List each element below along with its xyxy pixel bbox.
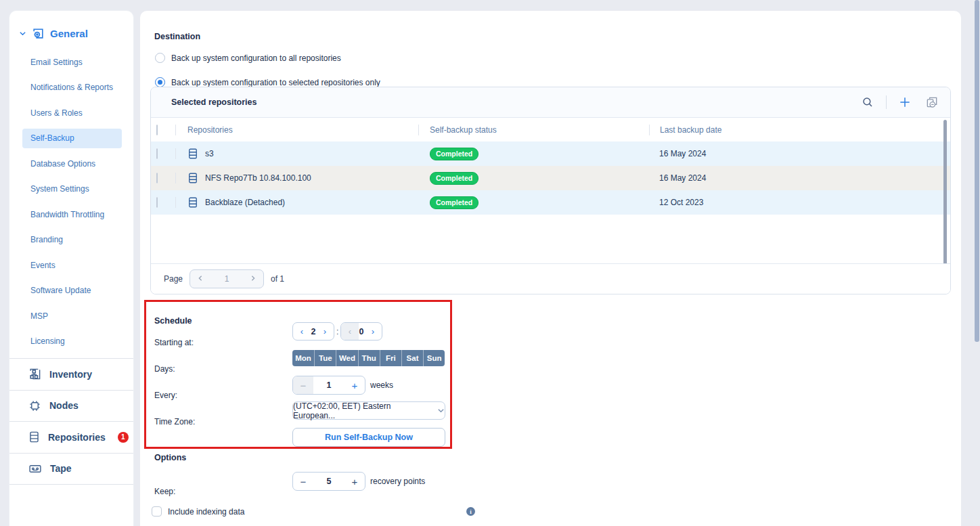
row-checkbox[interactable]: [156, 173, 158, 183]
page-scrollbar[interactable]: [975, 0, 979, 342]
page-total: of 1: [271, 274, 284, 284]
search-icon[interactable]: [859, 93, 876, 111]
sidebar-item-database-options[interactable]: Database Options: [9, 151, 133, 177]
include-indexing-checkbox-row[interactable]: Include indexing data: [152, 506, 244, 517]
database-icon: [187, 172, 198, 184]
hour-increment-icon[interactable]: ›: [316, 326, 334, 336]
include-indexing-checkbox[interactable]: [152, 506, 162, 517]
page-control: 1: [190, 269, 264, 288]
sidebar-group-general[interactable]: General: [9, 11, 133, 44]
day-toggle-group: Mon Tue Wed Thu Fri Sat Sun: [292, 350, 445, 366]
sidebar-item-bandwidth-throttling[interactable]: Bandwidth Throttling: [9, 202, 133, 227]
day-toggle-sat[interactable]: Sat: [401, 350, 423, 366]
main-content: Destination Back up system configuration…: [140, 11, 961, 526]
every-decrement-icon[interactable]: −: [293, 376, 313, 394]
last-backup-date: 16 May 2024: [649, 173, 886, 183]
repository-name: s3: [205, 149, 214, 158]
minute-increment-icon[interactable]: ›: [364, 326, 382, 336]
sidebar-item-tape[interactable]: Tape: [9, 454, 133, 485]
last-backup-date: 12 Oct 2023: [649, 198, 886, 207]
table-header: Repositories Self-backup status Last bac…: [151, 118, 950, 141]
add-icon[interactable]: [896, 93, 914, 111]
status-badge: Completed: [430, 172, 478, 185]
every-value: 1: [313, 380, 344, 390]
keep-label: Keep:: [154, 487, 175, 496]
hour-value: 2: [311, 327, 316, 336]
sidebar-item-branding[interactable]: Branding: [9, 227, 133, 253]
day-toggle-wed[interactable]: Wed: [336, 350, 357, 366]
gear-icon: [32, 27, 45, 40]
last-backup-date: 16 May 2024: [649, 149, 886, 158]
sidebar-item-users-roles[interactable]: Users & Roles: [9, 100, 133, 126]
timezone-label: Time Zone:: [154, 417, 195, 426]
keep-value: 5: [313, 477, 344, 486]
time-colon: :: [336, 327, 338, 336]
every-stepper[interactable]: − 1 +: [292, 376, 365, 395]
table-row[interactable]: s3 Completed 16 May 2024: [151, 141, 950, 166]
hour-spinner[interactable]: ‹ 2 ›: [292, 322, 334, 341]
database-icon: [187, 148, 198, 160]
minute-decrement-icon[interactable]: ‹: [341, 323, 359, 340]
minute-value: 0: [359, 327, 364, 336]
days-label: Days:: [154, 364, 175, 374]
page-label: Page: [164, 274, 183, 284]
column-status[interactable]: Self-backup status: [419, 125, 649, 135]
page-prev-icon[interactable]: [197, 274, 204, 284]
day-toggle-fri[interactable]: Fri: [380, 350, 401, 366]
row-checkbox[interactable]: [156, 197, 158, 208]
minute-spinner[interactable]: ‹ 0 ›: [340, 322, 382, 341]
sidebar-item-inventory[interactable]: Inventory: [9, 359, 133, 390]
radio-backup-all-repositories[interactable]: Back up system configuration to all repo…: [155, 53, 341, 63]
day-toggle-tue[interactable]: Tue: [314, 350, 336, 366]
run-self-backup-button[interactable]: Run Self-Backup Now: [292, 428, 445, 447]
select-all-checkbox[interactable]: [156, 125, 158, 135]
include-indexing-label: Include indexing data: [168, 507, 244, 517]
pagination: Page 1 of 1: [151, 263, 950, 294]
sitemap-icon: [28, 368, 41, 380]
radio-icon: [155, 53, 165, 63]
day-toggle-sun[interactable]: Sun: [423, 350, 445, 366]
radio-backup-selected-repositories[interactable]: Back up system configuration to selected…: [155, 77, 380, 87]
remove-from-backup-icon[interactable]: [923, 93, 941, 111]
divider: [886, 95, 887, 109]
hour-decrement-icon[interactable]: ‹: [293, 326, 311, 336]
sidebar-item-system-settings[interactable]: System Settings: [9, 177, 133, 202]
destination-title: Destination: [154, 32, 200, 41]
sidebar-item-repositories[interactable]: Repositories 1: [9, 422, 133, 453]
table-row[interactable]: Backblaze (Detached) Completed 12 Oct 20…: [151, 190, 950, 215]
sidebar-item-events[interactable]: Events: [9, 253, 133, 278]
divider: [9, 484, 133, 485]
column-last-backup-date[interactable]: Last backup date: [650, 125, 887, 135]
column-repositories[interactable]: Repositories: [176, 125, 418, 135]
sidebar-item-software-update[interactable]: Software Update: [9, 278, 133, 304]
sidebar-item-email-settings[interactable]: Email Settings: [9, 49, 133, 75]
status-badge: Completed: [430, 196, 478, 209]
keep-decrement-icon[interactable]: −: [293, 473, 313, 490]
sidebar-item-msp[interactable]: MSP: [9, 303, 133, 329]
every-increment-icon[interactable]: +: [344, 376, 365, 394]
keep-stepper[interactable]: − 5 +: [292, 472, 365, 491]
sidebar-item-self-backup[interactable]: Self-Backup: [9, 126, 133, 152]
day-toggle-mon[interactable]: Mon: [292, 350, 314, 366]
repository-name: NFS Repo7Tb 10.84.100.100: [205, 173, 311, 183]
table-row[interactable]: NFS Repo7Tb 10.84.100.100 Completed 16 M…: [151, 166, 950, 190]
keep-increment-icon[interactable]: +: [344, 473, 365, 490]
sidebar-general-label: General: [50, 28, 88, 39]
keep-unit-label: recovery points: [370, 477, 425, 486]
sidebar-item-nodes[interactable]: Nodes: [9, 391, 133, 422]
info-icon[interactable]: i: [466, 507, 475, 516]
sidebar-item-licensing[interactable]: Licensing: [9, 329, 133, 355]
sidebar-item-notifications-reports[interactable]: Notifications & Reports: [9, 75, 133, 101]
starting-at-label: Starting at:: [154, 338, 194, 347]
every-unit-label: weeks: [370, 380, 393, 390]
timezone-dropdown[interactable]: (UTC+02:00, EET) Eastern European...: [292, 401, 445, 420]
sidebar: General Email Settings Notifications & R…: [9, 11, 133, 526]
panel-header: Selected repositories: [151, 87, 950, 118]
page-number[interactable]: 1: [225, 274, 229, 284]
chevron-down-icon: [437, 407, 445, 414]
row-checkbox[interactable]: [156, 148, 158, 159]
chevron-down-icon: [19, 30, 26, 37]
day-toggle-thu[interactable]: Thu: [358, 350, 380, 366]
repository-name: Backblaze (Detached): [205, 198, 285, 207]
page-next-icon[interactable]: [250, 274, 257, 284]
